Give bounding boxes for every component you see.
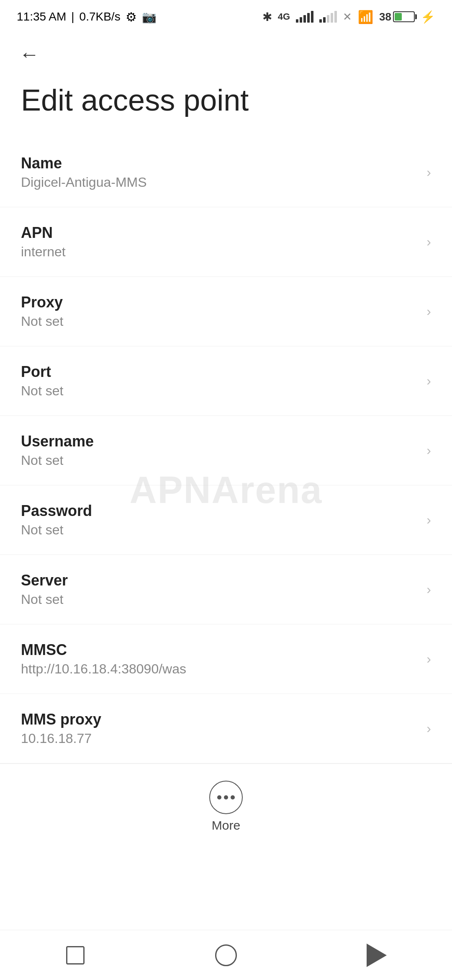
back-button[interactable]: ← [17, 42, 42, 67]
network-speed: 0.7KB/s [80, 10, 121, 23]
setting-label-port: Port [21, 363, 418, 381]
setting-item-mms-proxy[interactable]: MMS proxy 10.16.18.77 › [0, 694, 452, 763]
setting-item-proxy[interactable]: Proxy Not set › [0, 277, 452, 346]
status-left: 11:35 AM | 0.7KB/s ⚙ 📷 [17, 10, 157, 24]
more-section: More [0, 763, 452, 849]
camera-icon: 📷 [142, 10, 157, 24]
more-button[interactable]: More [209, 781, 243, 833]
dot-2 [224, 795, 228, 799]
setting-value-password: Not set [21, 522, 418, 538]
setting-value-name: Digicel-Antigua-MMS [21, 175, 418, 190]
battery-box [393, 11, 415, 22]
setting-label-apn: APN [21, 224, 418, 242]
signal-bars-2 [319, 11, 337, 23]
dot-1 [217, 795, 221, 799]
chevron-right-icon: › [426, 721, 431, 736]
separator: | [71, 10, 74, 23]
setting-item-apn[interactable]: APN internet › [0, 207, 452, 277]
setting-label-username: Username [21, 433, 418, 450]
setting-item-mmsc[interactable]: MMSC http://10.16.18.4:38090/was › [0, 624, 452, 694]
chevron-right-icon: › [426, 512, 431, 528]
back-arrow-icon: ← [19, 44, 39, 64]
battery-indicator: 38 [379, 10, 415, 23]
page-title-section: Edit access point [0, 75, 452, 138]
setting-label-mms-proxy: MMS proxy [21, 711, 418, 728]
back-nav-icon [367, 944, 387, 967]
chevron-right-icon: › [426, 373, 431, 389]
no-signal-icon: ✕ [343, 10, 352, 23]
time-display: 11:35 AM [17, 10, 66, 23]
setting-label-server: Server [21, 572, 418, 589]
setting-value-server: Not set [21, 592, 418, 607]
signal-bars-1 [296, 11, 313, 23]
chevron-right-icon: › [426, 165, 431, 180]
setting-label-password: Password [21, 502, 418, 520]
setting-value-mmsc: http://10.16.18.4:38090/was [21, 661, 418, 677]
setting-label-name: Name [21, 155, 418, 172]
battery-fill [395, 13, 402, 21]
status-bar: 11:35 AM | 0.7KB/s ⚙ 📷 ✱ 4G ✕ 📶 38 [0, 0, 452, 34]
setting-value-username: Not set [21, 453, 418, 468]
settings-list: Name Digicel-Antigua-MMS › APN internet … [0, 138, 452, 763]
chevron-right-icon: › [426, 651, 431, 667]
setting-label-mmsc: MMSC [21, 641, 418, 659]
setting-value-mms-proxy: 10.16.18.77 [21, 731, 418, 746]
setting-item-name[interactable]: Name Digicel-Antigua-MMS › [0, 138, 452, 207]
more-label: More [212, 818, 240, 833]
more-dots-icon [217, 795, 235, 799]
recent-apps-icon [66, 946, 85, 965]
page-title: Edit access point [21, 84, 431, 117]
bottom-navigation [0, 930, 452, 980]
back-area: ← [0, 34, 452, 75]
setting-value-port: Not set [21, 383, 418, 399]
setting-label-proxy: Proxy [21, 294, 418, 311]
chevron-right-icon: › [426, 582, 431, 597]
status-right: ✱ 4G ✕ 📶 38 ⚡ [262, 10, 435, 24]
setting-item-port[interactable]: Port Not set › [0, 346, 452, 416]
chevron-right-icon: › [426, 234, 431, 250]
setting-item-server[interactable]: Server Not set › [0, 555, 452, 624]
wifi-icon: 📶 [358, 10, 373, 24]
chevron-right-icon: › [426, 304, 431, 319]
settings-icon: ⚙ [126, 10, 137, 24]
charging-icon: ⚡ [421, 10, 435, 24]
network-4g-icon: 4G [278, 11, 290, 22]
home-icon [215, 944, 237, 966]
more-circle-icon [209, 781, 243, 814]
setting-value-apn: internet [21, 244, 418, 260]
setting-item-password[interactable]: Password Not set › [0, 485, 452, 555]
home-button[interactable] [209, 939, 243, 972]
setting-item-username[interactable]: Username Not set › [0, 416, 452, 485]
dot-3 [231, 795, 235, 799]
recent-apps-button[interactable] [59, 939, 92, 972]
setting-value-proxy: Not set [21, 314, 418, 329]
back-nav-button[interactable] [360, 939, 393, 972]
bluetooth-icon: ✱ [262, 10, 272, 24]
chevron-right-icon: › [426, 443, 431, 458]
